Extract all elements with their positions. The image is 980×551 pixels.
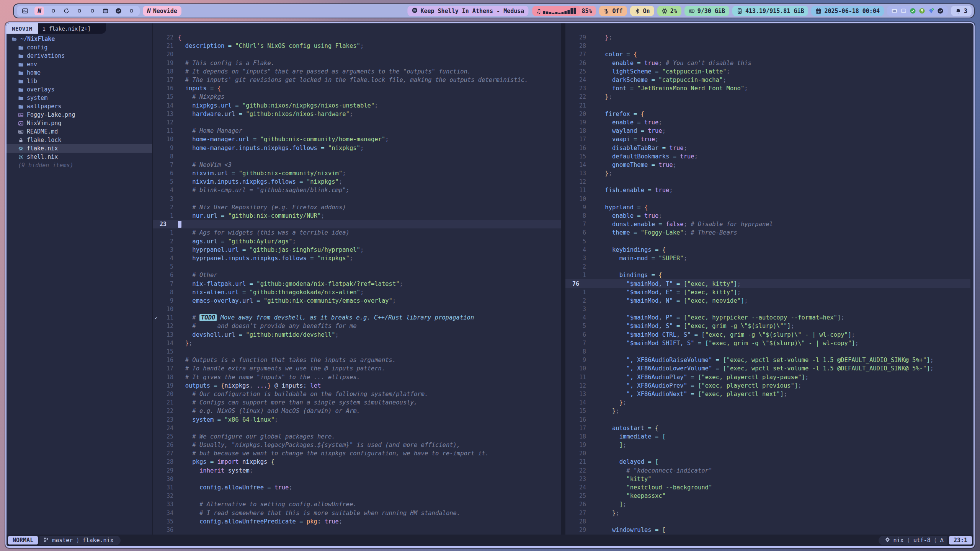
code-line[interactable]: 25 "keepassxc": [565, 492, 970, 500]
code-line[interactable]: 29 windowrules = [: [565, 526, 970, 534]
code-line[interactable]: 28 pkgs = import nixpkgs {: [153, 458, 561, 466]
code-line[interactable]: 22 };: [565, 93, 970, 101]
code-line[interactable]: 24: [153, 424, 561, 432]
editor-pane-left[interactable]: 22{21 description = "ChUrl's NixOS confi…: [153, 23, 565, 546]
code-line[interactable]: 36: [153, 526, 561, 534]
workspace-7-browser[interactable]: [102, 7, 109, 15]
code-line[interactable]: 23 "kitty": [565, 475, 970, 483]
code-line[interactable]: 14 gnomeTheme = true;: [565, 161, 970, 169]
code-line[interactable]: 13 ", XF86AudioNext" = ["exec, playerctl…: [565, 390, 970, 398]
code-line[interactable]: 17 autostart = {: [565, 424, 970, 432]
code-line[interactable]: 9 emacs-overlay.url = "github:nix-commun…: [153, 297, 561, 305]
tree-item-README.md[interactable]: README.md: [7, 127, 152, 136]
tree-item-Foggy-Lake.png[interactable]: Foggy-Lake.png: [7, 111, 152, 119]
active-window-pill[interactable]: N Neovide: [143, 6, 181, 16]
code-line[interactable]: 2 "$mainMod, N" = ["exec, neovide"];: [565, 297, 970, 305]
code-line[interactable]: 12: [565, 178, 970, 186]
code-line[interactable]: 8 enable = true;: [565, 212, 970, 220]
code-line[interactable]: 17 # The inputs' git revisions get locke…: [153, 76, 561, 84]
code-line[interactable]: 14 };: [565, 398, 970, 407]
code-line[interactable]: 11 # Home Manager: [153, 127, 561, 135]
code-line[interactable]: 6 theme = "Foggy-Lake"; # Three-Bears: [565, 228, 970, 237]
code-line[interactable]: 19 enable = true;: [565, 118, 970, 127]
tree-item-shell.nix[interactable]: shell.nix: [7, 153, 152, 161]
code-line[interactable]: 9 hyprland = {: [565, 203, 970, 212]
code-line[interactable]: 25 # We configure our global packages he…: [153, 432, 561, 441]
code-line[interactable]: 26 # Usually, "nixpkgs.legacyPackages.${…: [153, 441, 561, 449]
tree-item-env[interactable]: env: [7, 60, 152, 68]
code-line[interactable]: 3 main-mod = "SUPER";: [565, 254, 970, 262]
clock-indicator[interactable]: 2025-06-18 00:04: [811, 6, 884, 16]
code-line[interactable]: 29 };: [565, 33, 970, 42]
code-line[interactable]: 18 immediate = [: [565, 432, 970, 441]
code-line[interactable]: 8: [153, 152, 561, 161]
code-line[interactable]: 24 darkScheme = "catppuccin-mocha";: [565, 76, 970, 84]
code-line[interactable]: 17 # To handle extra arguments we use th…: [153, 364, 561, 373]
workspace-9-empty[interactable]: [128, 7, 135, 15]
disk-indicator[interactable]: 413.19/915.81 GiB: [732, 6, 808, 16]
code-line[interactable]: 15 # Nixpkgs: [153, 93, 561, 101]
code-line[interactable]: 5: [565, 237, 970, 246]
code-line[interactable]: 18 # It gives the name "inputs" to the .…: [153, 373, 561, 381]
code-line[interactable]: 12: [153, 118, 561, 127]
code-line[interactable]: 4 # blink-cmp.url = "github:saghen/blink…: [153, 186, 561, 194]
code-line[interactable]: 13 };: [565, 169, 970, 178]
code-line[interactable]: 9 home-manager.inputs.nixpkgs.follows = …: [153, 143, 561, 152]
tree-item-flake.nix[interactable]: flake.nix: [7, 144, 152, 153]
code-line[interactable]: 3 hyprpanel.url = "github:jas-singhfsu/h…: [153, 246, 561, 254]
code-line[interactable]: 1 "$mainMod, E" = ["exec, kitty"];: [565, 288, 970, 297]
code-line[interactable]: 19 # This config is a Flake.: [153, 59, 561, 67]
code-line[interactable]: 7 nix-flatpak.url = "github:gmodena/nix-…: [153, 279, 561, 288]
code-line[interactable]: 17 vaapi = true;: [565, 135, 970, 143]
code-line[interactable]: 2 # Nix User Repository (e.g. Firefox ad…: [153, 203, 561, 212]
code-line[interactable]: 21 # Configs can support more than a sin…: [153, 398, 561, 407]
code-line[interactable]: 5 "$mainMod, S" = ["exec, grim -g \"$(sl…: [565, 322, 970, 330]
cpu-indicator[interactable]: 2%: [657, 6, 681, 16]
code-line[interactable]: 13 hardware.url = "github:nixos/nixos-ha…: [153, 110, 561, 118]
code-line[interactable]: 2 ags.url = "github:Aylur/ags";: [153, 237, 561, 246]
notifications-pill[interactable]: 3: [951, 6, 972, 16]
code-line[interactable]: ✓11 # TODO Move away from devshell, as i…: [153, 313, 561, 322]
code-line[interactable]: 26 enable = true; # You can't disable th…: [565, 59, 970, 67]
tree-item-flake.lock[interactable]: flake.lock: [7, 136, 152, 144]
code-line[interactable]: 7 "$mainMod SHIFT, S" = ["exec, grim -g …: [565, 339, 970, 347]
code-line[interactable]: 1 # Ags for widgets (this was a terrible…: [153, 228, 561, 237]
code-line[interactable]: 34 # I read somewhere that this is more …: [153, 509, 561, 517]
tree-item-lib[interactable]: lib: [7, 77, 152, 85]
tree-item-config[interactable]: config: [7, 43, 152, 52]
code-line[interactable]: 4 hyprpanel.inputs.nixpkgs.follows = "ni…: [153, 254, 561, 262]
code-line[interactable]: 27 };: [565, 509, 970, 517]
code-line[interactable]: 30: [153, 475, 561, 483]
code-line[interactable]: 15 };: [565, 407, 970, 415]
code-line[interactable]: 14 nixpkgs.url = "github:nixos/nixpkgs/n…: [153, 101, 561, 110]
code-line[interactable]: 19 ];: [565, 441, 970, 449]
code-line[interactable]: 4 "$mainMod, P" = ["exec, hyprpicker --a…: [565, 313, 970, 322]
code-line[interactable]: 35 config.allowUnfreePredicate = pkg: tr…: [153, 517, 561, 526]
code-line[interactable]: 29 inherit system;: [153, 466, 561, 475]
workspace-8-spotify[interactable]: [115, 7, 122, 15]
code-line[interactable]: 31 config.allowUnfree = true;: [153, 483, 561, 492]
code-line[interactable]: 20 firefox = {: [565, 110, 970, 118]
code-line[interactable]: 12 ", XF86AudioPrev" = ["exec, playerctl…: [565, 381, 970, 390]
code-line[interactable]: 16 # Outputs is a function that takes th…: [153, 356, 561, 364]
code-line[interactable]: 13 devshell.url = "github:numtide/devshe…: [153, 331, 561, 339]
code-line[interactable]: 16 disableTabBar = true;: [565, 143, 970, 152]
code-line[interactable]: 2: [565, 262, 970, 271]
code-line[interactable]: 4 keybindings = {: [565, 246, 970, 254]
code-line[interactable]: 5: [153, 262, 561, 271]
code-line[interactable]: 15 defaultBookmarks = true;: [565, 152, 970, 161]
code-line[interactable]: 27 color = {: [565, 50, 970, 59]
code-line[interactable]: 20: [153, 50, 561, 59]
code-line[interactable]: 6 nixvim.url = "github:nix-community/nix…: [153, 169, 561, 178]
code-line[interactable]: 7 # NeoVim <3: [153, 161, 561, 169]
code-line[interactable]: 8 nix-alien.url = "github:thiagokokada/n…: [153, 288, 561, 297]
code-line[interactable]: 1 bindings = {: [565, 271, 970, 279]
code-line[interactable]: 16 inputs = {: [153, 84, 561, 93]
code-line[interactable]: 21 delayed = [: [565, 458, 970, 466]
tree-item-home[interactable]: home: [7, 68, 152, 77]
code-line[interactable]: 22 # e.g. NixOS (linux) and MacOS (darwi…: [153, 407, 561, 415]
code-line[interactable]: 18 wayland = true;: [565, 127, 970, 135]
code-line[interactable]: 18 # It depends on "inputs" that are pas…: [153, 67, 561, 76]
workspace-1-terminal[interactable]: [21, 7, 29, 15]
code-line[interactable]: 22{: [153, 33, 561, 42]
